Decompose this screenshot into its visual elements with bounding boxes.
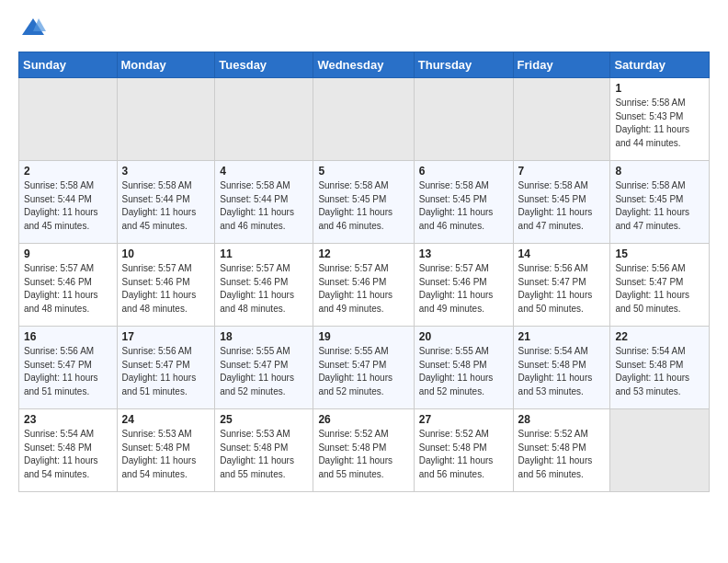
day-info: Sunrise: 5:56 AM Sunset: 5:47 PM Dayligh…	[122, 345, 210, 398]
day-cell: 13Sunrise: 5:57 AM Sunset: 5:46 PM Dayli…	[414, 244, 513, 327]
day-info: Sunrise: 5:58 AM Sunset: 5:45 PM Dayligh…	[419, 179, 508, 233]
day-cell: 22Sunrise: 5:54 AM Sunset: 5:48 PM Dayli…	[610, 327, 710, 409]
day-number: 23	[24, 413, 112, 426]
day-number: 12	[318, 247, 408, 260]
day-info: Sunrise: 5:57 AM Sunset: 5:46 PM Dayligh…	[318, 262, 408, 316]
day-info: Sunrise: 5:53 AM Sunset: 5:48 PM Dayligh…	[122, 428, 210, 481]
day-cell: 14Sunrise: 5:56 AM Sunset: 5:47 PM Dayli…	[513, 244, 610, 327]
day-cell: 1Sunrise: 5:58 AM Sunset: 5:43 PM Daylig…	[610, 78, 710, 161]
day-cell: 5Sunrise: 5:58 AM Sunset: 5:45 PM Daylig…	[313, 161, 414, 244]
day-number: 5	[318, 165, 408, 178]
day-info: Sunrise: 5:54 AM Sunset: 5:48 PM Dayligh…	[24, 428, 112, 481]
day-cell: 8Sunrise: 5:58 AM Sunset: 5:45 PM Daylig…	[610, 161, 710, 244]
day-cell: 10Sunrise: 5:57 AM Sunset: 5:46 PM Dayli…	[117, 244, 215, 327]
week-row-3: 9Sunrise: 5:57 AM Sunset: 5:46 PM Daylig…	[19, 244, 710, 327]
week-row-5: 23Sunrise: 5:54 AM Sunset: 5:48 PM Dayli…	[19, 409, 710, 492]
calendar-table: SundayMondayTuesdayWednesdayThursdayFrid…	[18, 52, 710, 492]
logo	[18, 15, 46, 40]
day-info: Sunrise: 5:58 AM Sunset: 5:45 PM Dayligh…	[518, 179, 606, 233]
day-info: Sunrise: 5:57 AM Sunset: 5:46 PM Dayligh…	[419, 262, 508, 316]
day-cell	[414, 78, 513, 161]
day-number: 4	[220, 165, 308, 178]
day-number: 22	[615, 330, 704, 343]
day-number: 17	[122, 330, 210, 343]
weekday-monday: Monday	[117, 52, 215, 78]
day-number: 8	[615, 165, 704, 178]
logo-icon	[20, 15, 46, 40]
day-number: 26	[318, 413, 408, 426]
day-number: 21	[518, 330, 606, 343]
day-info: Sunrise: 5:58 AM Sunset: 5:44 PM Dayligh…	[220, 179, 308, 233]
day-info: Sunrise: 5:58 AM Sunset: 5:43 PM Dayligh…	[615, 97, 704, 150]
day-info: Sunrise: 5:55 AM Sunset: 5:47 PM Dayligh…	[318, 345, 408, 398]
day-cell: 21Sunrise: 5:54 AM Sunset: 5:48 PM Dayli…	[513, 327, 610, 409]
day-cell: 12Sunrise: 5:57 AM Sunset: 5:46 PM Dayli…	[313, 244, 414, 327]
day-info: Sunrise: 5:56 AM Sunset: 5:47 PM Dayligh…	[518, 262, 606, 316]
day-info: Sunrise: 5:53 AM Sunset: 5:48 PM Dayligh…	[220, 428, 308, 481]
day-number: 15	[615, 247, 704, 260]
day-number: 14	[518, 247, 606, 260]
weekday-sunday: Sunday	[19, 52, 118, 78]
day-info: Sunrise: 5:56 AM Sunset: 5:47 PM Dayligh…	[24, 345, 112, 398]
day-number: 28	[518, 413, 606, 426]
day-info: Sunrise: 5:57 AM Sunset: 5:46 PM Dayligh…	[24, 262, 112, 316]
day-cell: 9Sunrise: 5:57 AM Sunset: 5:46 PM Daylig…	[19, 244, 118, 327]
day-info: Sunrise: 5:56 AM Sunset: 5:47 PM Dayligh…	[615, 262, 704, 316]
day-info: Sunrise: 5:58 AM Sunset: 5:44 PM Dayligh…	[122, 179, 210, 233]
day-cell: 27Sunrise: 5:52 AM Sunset: 5:48 PM Dayli…	[414, 409, 513, 492]
week-row-2: 2Sunrise: 5:58 AM Sunset: 5:44 PM Daylig…	[19, 161, 710, 244]
weekday-tuesday: Tuesday	[215, 52, 313, 78]
week-row-1: 1Sunrise: 5:58 AM Sunset: 5:43 PM Daylig…	[19, 78, 710, 161]
day-info: Sunrise: 5:57 AM Sunset: 5:46 PM Dayligh…	[122, 262, 210, 316]
day-info: Sunrise: 5:55 AM Sunset: 5:48 PM Dayligh…	[419, 345, 508, 398]
day-info: Sunrise: 5:58 AM Sunset: 5:44 PM Dayligh…	[24, 179, 112, 233]
day-number: 19	[318, 330, 408, 343]
day-number: 6	[419, 165, 508, 178]
weekday-friday: Friday	[513, 52, 610, 78]
day-number: 10	[122, 247, 210, 260]
day-cell: 25Sunrise: 5:53 AM Sunset: 5:48 PM Dayli…	[215, 409, 313, 492]
day-info: Sunrise: 5:54 AM Sunset: 5:48 PM Dayligh…	[615, 345, 704, 398]
day-number: 9	[24, 247, 112, 260]
day-cell: 17Sunrise: 5:56 AM Sunset: 5:47 PM Dayli…	[117, 327, 215, 409]
day-info: Sunrise: 5:52 AM Sunset: 5:48 PM Dayligh…	[518, 428, 606, 481]
logo-text	[18, 15, 46, 40]
day-cell: 7Sunrise: 5:58 AM Sunset: 5:45 PM Daylig…	[513, 161, 610, 244]
day-cell: 18Sunrise: 5:55 AM Sunset: 5:47 PM Dayli…	[215, 327, 313, 409]
day-cell	[610, 409, 710, 492]
day-cell	[117, 78, 215, 161]
weekday-wednesday: Wednesday	[313, 52, 414, 78]
day-cell: 15Sunrise: 5:56 AM Sunset: 5:47 PM Dayli…	[610, 244, 710, 327]
day-info: Sunrise: 5:54 AM Sunset: 5:48 PM Dayligh…	[518, 345, 606, 398]
day-cell: 3Sunrise: 5:58 AM Sunset: 5:44 PM Daylig…	[117, 161, 215, 244]
day-info: Sunrise: 5:58 AM Sunset: 5:45 PM Dayligh…	[615, 179, 704, 233]
day-number: 27	[419, 413, 508, 426]
day-info: Sunrise: 5:52 AM Sunset: 5:48 PM Dayligh…	[318, 428, 408, 481]
day-cell: 2Sunrise: 5:58 AM Sunset: 5:44 PM Daylig…	[19, 161, 118, 244]
day-cell: 11Sunrise: 5:57 AM Sunset: 5:46 PM Dayli…	[215, 244, 313, 327]
header	[18, 15, 710, 40]
day-number: 18	[220, 330, 308, 343]
day-cell: 26Sunrise: 5:52 AM Sunset: 5:48 PM Dayli…	[313, 409, 414, 492]
day-cell: 24Sunrise: 5:53 AM Sunset: 5:48 PM Dayli…	[117, 409, 215, 492]
day-cell: 23Sunrise: 5:54 AM Sunset: 5:48 PM Dayli…	[19, 409, 118, 492]
day-info: Sunrise: 5:52 AM Sunset: 5:48 PM Dayligh…	[419, 428, 508, 481]
week-row-4: 16Sunrise: 5:56 AM Sunset: 5:47 PM Dayli…	[19, 327, 710, 409]
day-number: 11	[220, 247, 308, 260]
weekday-header-row: SundayMondayTuesdayWednesdayThursdayFrid…	[19, 52, 710, 78]
day-cell	[215, 78, 313, 161]
day-number: 3	[122, 165, 210, 178]
day-cell	[19, 78, 118, 161]
day-cell: 16Sunrise: 5:56 AM Sunset: 5:47 PM Dayli…	[19, 327, 118, 409]
day-cell: 19Sunrise: 5:55 AM Sunset: 5:47 PM Dayli…	[313, 327, 414, 409]
day-number: 13	[419, 247, 508, 260]
weekday-thursday: Thursday	[414, 52, 513, 78]
day-number: 16	[24, 330, 112, 343]
day-cell: 20Sunrise: 5:55 AM Sunset: 5:48 PM Dayli…	[414, 327, 513, 409]
day-info: Sunrise: 5:58 AM Sunset: 5:45 PM Dayligh…	[318, 179, 408, 233]
day-number: 7	[518, 165, 606, 178]
day-number: 24	[122, 413, 210, 426]
day-cell: 28Sunrise: 5:52 AM Sunset: 5:48 PM Dayli…	[513, 409, 610, 492]
day-info: Sunrise: 5:55 AM Sunset: 5:47 PM Dayligh…	[220, 345, 308, 398]
day-number: 25	[220, 413, 308, 426]
